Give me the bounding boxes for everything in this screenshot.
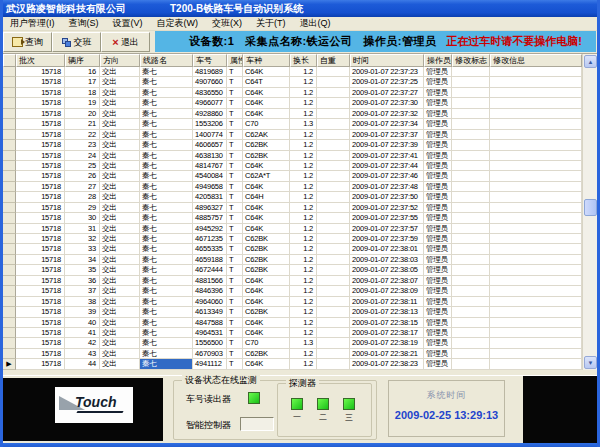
table-cell[interactable]: 2009-01-07 22:37:59 [350, 234, 424, 244]
table-cell[interactable]: 27 [65, 182, 100, 192]
table-cell[interactable]: 管理员 [424, 234, 452, 244]
table-cell[interactable]: 管理员 [424, 98, 452, 108]
column-header[interactable]: 辆序 [65, 54, 100, 67]
table-cell[interactable]: 1.2 [290, 67, 317, 77]
table-cell[interactable] [317, 171, 350, 181]
column-header[interactable]: 修改信息 [490, 54, 582, 67]
table-cell[interactable]: 1.2 [290, 88, 317, 98]
table-cell[interactable]: 2009-01-07 22:37:32 [350, 109, 424, 119]
table-cell[interactable]: 管理员 [424, 182, 452, 192]
table-cell[interactable] [490, 130, 582, 140]
table-cell[interactable]: 交出 [100, 203, 140, 213]
row-marker[interactable] [3, 297, 16, 307]
table-cell[interactable]: 秦七 [140, 171, 193, 181]
table-cell[interactable]: 交出 [100, 349, 140, 359]
table-cell[interactable] [490, 307, 582, 317]
table-cell[interactable] [490, 359, 582, 369]
table-cell[interactable] [317, 88, 350, 98]
table-cell[interactable] [317, 265, 350, 275]
table-cell[interactable]: C64K [243, 224, 290, 234]
table-cell[interactable]: 1.2 [290, 109, 317, 119]
table-cell[interactable]: 管理员 [424, 203, 452, 213]
row-marker[interactable] [3, 77, 16, 87]
table-cell[interactable] [452, 161, 490, 171]
table-cell[interactable] [490, 255, 582, 265]
row-marker[interactable] [3, 88, 16, 98]
table-cell[interactable] [452, 67, 490, 77]
table-cell[interactable]: T [227, 224, 243, 234]
row-marker[interactable] [3, 151, 16, 161]
table-cell[interactable] [452, 98, 490, 108]
table-cell[interactable]: 秦七 [140, 213, 193, 223]
row-marker[interactable] [3, 161, 16, 171]
table-cell[interactable]: 15718 [16, 307, 65, 317]
table-cell[interactable]: 2009-01-07 22:37:44 [350, 161, 424, 171]
table-cell[interactable]: 2009-01-07 22:37:55 [350, 213, 424, 223]
menu-settings[interactable]: 设置(V) [106, 17, 150, 30]
table-cell[interactable] [317, 161, 350, 171]
exit-button[interactable]: × 退出 [101, 32, 150, 52]
row-marker[interactable] [3, 244, 16, 254]
table-cell[interactable]: 2009-01-07 22:38:07 [350, 276, 424, 286]
table-cell[interactable] [317, 349, 350, 359]
table-cell[interactable]: 34 [65, 255, 100, 265]
table-cell[interactable] [490, 244, 582, 254]
table-cell[interactable]: 15718 [16, 171, 65, 181]
table-cell[interactable]: 1.2 [290, 318, 317, 328]
row-marker[interactable] [3, 192, 16, 202]
table-cell[interactable]: T [227, 182, 243, 192]
table-cell[interactable]: 4945292 [193, 224, 227, 234]
row-marker[interactable] [3, 338, 16, 348]
column-header[interactable]: 操作员 [424, 54, 452, 67]
table-cell[interactable]: T [227, 213, 243, 223]
table-cell[interactable]: 秦七 [140, 338, 193, 348]
table-cell[interactable]: 交出 [100, 244, 140, 254]
table-cell[interactable]: 交出 [100, 109, 140, 119]
table-cell[interactable] [452, 224, 490, 234]
table-cell[interactable] [317, 213, 350, 223]
table-cell[interactable]: 秦七 [140, 286, 193, 296]
row-marker[interactable] [3, 286, 16, 296]
table-cell[interactable]: 1.2 [290, 182, 317, 192]
table-cell[interactable]: 交出 [100, 328, 140, 338]
column-header[interactable]: 车号 [193, 54, 227, 67]
table-cell[interactable] [490, 67, 582, 77]
menu-user-management[interactable]: 用户管理(I) [3, 17, 62, 30]
table-cell[interactable]: 23 [65, 140, 100, 150]
scroll-thumb[interactable] [584, 199, 597, 216]
table-cell[interactable]: 30 [65, 213, 100, 223]
table-cell[interactable] [317, 182, 350, 192]
table-cell[interactable]: T [227, 318, 243, 328]
table-cell[interactable]: C64K [243, 109, 290, 119]
table-cell[interactable]: 25 [65, 161, 100, 171]
table-cell[interactable]: 管理员 [424, 286, 452, 296]
column-header[interactable]: 修改标志 [452, 54, 490, 67]
table-cell[interactable]: T [227, 359, 243, 369]
table-cell[interactable]: 1.2 [290, 130, 317, 140]
table-cell[interactable]: T [227, 130, 243, 140]
table-cell[interactable]: 4671235 [193, 234, 227, 244]
table-cell[interactable] [490, 203, 582, 213]
table-cell[interactable]: T [227, 119, 243, 129]
table-cell[interactable]: 秦七 [140, 151, 193, 161]
table-cell[interactable]: 交出 [100, 151, 140, 161]
table-cell[interactable]: 2009-01-07 22:38:17 [350, 328, 424, 338]
table-cell[interactable]: 1.2 [290, 244, 317, 254]
query-button[interactable]: 查询 [3, 32, 52, 52]
table-cell[interactable] [452, 109, 490, 119]
table-cell[interactable]: 2009-01-07 22:38:09 [350, 286, 424, 296]
table-cell[interactable]: 1.2 [290, 77, 317, 87]
table-cell[interactable] [490, 119, 582, 129]
table-cell[interactable]: 1.2 [290, 234, 317, 244]
table-cell[interactable]: 15718 [16, 234, 65, 244]
table-cell[interactable]: 2009-01-07 22:37:57 [350, 224, 424, 234]
table-cell[interactable]: T [227, 244, 243, 254]
table-cell[interactable]: T [227, 234, 243, 244]
row-marker[interactable] [3, 203, 16, 213]
table-cell[interactable]: 2009-01-07 22:38:01 [350, 244, 424, 254]
table-cell[interactable]: 36 [65, 276, 100, 286]
table-cell[interactable]: 15718 [16, 224, 65, 234]
table-cell[interactable] [490, 328, 582, 338]
row-marker[interactable] [3, 234, 16, 244]
table-cell[interactable]: 28 [65, 192, 100, 202]
